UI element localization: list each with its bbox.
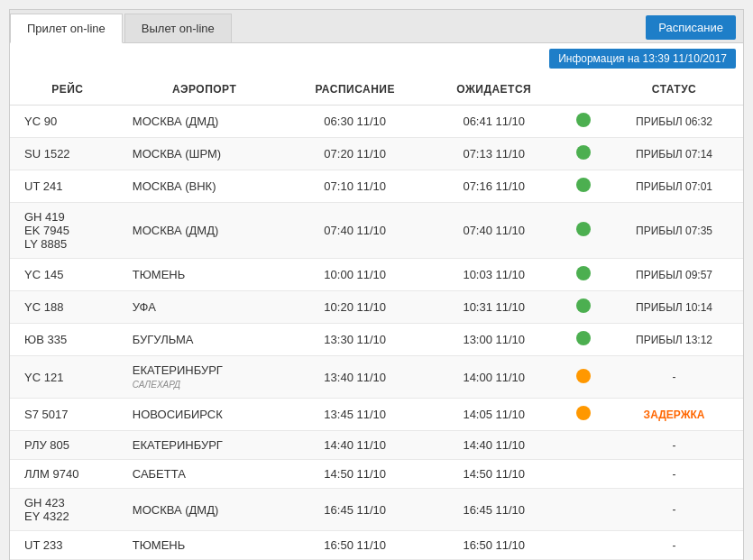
cell-schedule: 07:40 11/10	[284, 203, 427, 259]
cell-airport: ЕКАТЕРИНБУРГ	[125, 431, 284, 460]
table-row: GH 419 EK 7945 LY 8885МОСКВА (ДМД)07:40 …	[10, 203, 743, 259]
cell-flight: UT 233	[10, 531, 125, 560]
cell-flight: РЛУ 805	[10, 431, 125, 460]
table-row: S7 5017НОВОСИБИРСК13:45 11/1014:05 11/10…	[10, 399, 743, 431]
green-dot-icon	[576, 298, 591, 313]
cell-flight: ЛЛМ 9740	[10, 460, 125, 489]
table-row: ЮВ 335БУГУЛЬМА13:30 11/1013:00 11/10ПРИБ…	[10, 324, 743, 356]
tab-bar: Прилет on-line Вылет on-line Расписание	[10, 10, 743, 43]
cell-flight: ЮВ 335	[10, 324, 125, 356]
tab-arrivals[interactable]: Прилет on-line	[10, 14, 123, 43]
cell-status-text: -	[605, 460, 743, 489]
cell-expected: 14:00 11/10	[427, 356, 562, 399]
cell-schedule: 10:20 11/10	[284, 291, 427, 324]
cell-status-dot	[562, 170, 605, 203]
cell-airport: МОСКВА (ШРМ)	[125, 138, 284, 170]
green-dot-icon	[576, 178, 591, 192]
cell-expected: 14:50 11/10	[427, 460, 562, 489]
cell-flight: YC 121	[10, 356, 125, 399]
cell-status-text: ПРИБЫЛ 09:57	[605, 259, 743, 291]
cell-status-dot	[562, 356, 605, 399]
cell-status-dot	[562, 106, 605, 138]
table-row: YC 90МОСКВА (ДМД)06:30 11/1006:41 11/10П…	[10, 106, 743, 138]
cell-expected: 16:50 11/10	[427, 531, 562, 560]
cell-expected: 16:45 11/10	[427, 489, 562, 531]
cell-airport: ЕКАТЕРИНБУРГСАЛЕХАРД	[125, 356, 284, 399]
cell-status-dot	[562, 259, 605, 291]
cell-airport: САБЕТТА	[125, 460, 284, 489]
cell-flight: SU 1522	[10, 138, 125, 170]
cell-schedule: 07:10 11/10	[284, 170, 427, 203]
cell-status-text: -	[605, 489, 743, 531]
cell-schedule: 13:30 11/10	[284, 324, 427, 356]
cell-status-dot	[562, 460, 605, 489]
cell-flight: YC 90	[10, 106, 125, 138]
table-row: UT 241МОСКВА (ВНК)07:10 11/1007:16 11/10…	[10, 170, 743, 203]
cell-status-text: ПРИБЫЛ 07:01	[605, 170, 743, 203]
green-dot-icon	[576, 266, 591, 280]
cell-status-dot	[562, 431, 605, 460]
flights-table: РЕЙС АЭРОПОРТ РАСПИСАНИЕ ОЖИДАЕТСЯ СТАТУ…	[10, 74, 743, 560]
cell-schedule: 07:20 11/10	[284, 138, 427, 170]
table-row: UT 233ТЮМЕНЬ16:50 11/1016:50 11/10-	[10, 531, 743, 560]
tab-departures[interactable]: Вылет on-line	[124, 14, 232, 42]
col-header-airport: АЭРОПОРТ	[125, 74, 284, 106]
table-body: YC 90МОСКВА (ДМД)06:30 11/1006:41 11/10П…	[10, 106, 743, 560]
cell-flight: GH 423 EY 4322	[10, 489, 125, 531]
cell-flight: YC 188	[10, 291, 125, 324]
cell-schedule: 10:00 11/10	[284, 259, 427, 291]
schedule-button[interactable]: Расписание	[646, 15, 736, 40]
cell-status-dot	[562, 324, 605, 356]
cell-flight: GH 419 EK 7945 LY 8885	[10, 203, 125, 259]
cell-status-dot	[562, 531, 605, 560]
cell-expected: 13:00 11/10	[427, 324, 562, 356]
cell-schedule: 14:40 11/10	[284, 431, 427, 460]
cell-status-text: -	[605, 356, 743, 399]
cell-status-text: ПРИБЫЛ 07:35	[605, 203, 743, 259]
cell-schedule: 13:45 11/10	[284, 399, 427, 431]
cell-airport: МОСКВА (ВНК)	[125, 170, 284, 203]
info-badge: Информация на 13:39 11/10/2017	[549, 49, 736, 69]
cell-expected: 10:03 11/10	[427, 259, 562, 291]
col-header-schedule: РАСПИСАНИЕ	[284, 74, 427, 106]
cell-airport: НОВОСИБИРСК	[125, 399, 284, 431]
table-row: РЛУ 805ЕКАТЕРИНБУРГ14:40 11/1014:40 11/1…	[10, 431, 743, 460]
col-header-dot	[562, 74, 605, 106]
cell-status-text: ПРИБЫЛ 10:14	[605, 291, 743, 324]
green-dot-icon	[576, 222, 591, 236]
info-bar: Информация на 13:39 11/10/2017	[10, 43, 743, 74]
cell-expected: 07:40 11/10	[427, 203, 562, 259]
col-header-status: СТАТУС	[605, 74, 743, 106]
cell-airport: МОСКВА (ДМД)	[125, 106, 284, 138]
green-dot-icon	[576, 145, 591, 160]
cell-expected: 07:13 11/10	[427, 138, 562, 170]
cell-schedule: 16:45 11/10	[284, 489, 427, 531]
table-row: ЛЛМ 9740САБЕТТА14:50 11/1014:50 11/10-	[10, 460, 743, 489]
table-header: РЕЙС АЭРОПОРТ РАСПИСАНИЕ ОЖИДАЕТСЯ СТАТУ…	[10, 74, 743, 106]
col-header-flight: РЕЙС	[10, 74, 125, 106]
tab-departures-label: Вылет on-line	[142, 22, 215, 35]
cell-status-dot	[562, 138, 605, 170]
cell-airport: МОСКВА (ДМД)	[125, 489, 284, 531]
cell-flight: UT 241	[10, 170, 125, 203]
cell-expected: 14:05 11/10	[427, 399, 562, 431]
cell-schedule: 16:50 11/10	[284, 531, 427, 560]
cell-airport: БУГУЛЬМА	[125, 324, 284, 356]
cell-status-dot	[562, 291, 605, 324]
cell-airport: ТЮМЕНЬ	[125, 531, 284, 560]
col-header-expected: ОЖИДАЕТСЯ	[427, 74, 562, 106]
table-row: YC 188УФА10:20 11/1010:31 11/10ПРИБЫЛ 10…	[10, 291, 743, 324]
orange-dot-icon	[576, 406, 591, 420]
cell-schedule: 13:40 11/10	[284, 356, 427, 399]
cell-expected: 14:40 11/10	[427, 431, 562, 460]
cell-expected: 10:31 11/10	[427, 291, 562, 324]
cell-schedule: 14:50 11/10	[284, 460, 427, 489]
orange-dot-icon	[576, 369, 591, 383]
main-container: Прилет on-line Вылет on-line Расписание …	[9, 9, 744, 560]
table-row: SU 1522МОСКВА (ШРМ)07:20 11/1007:13 11/1…	[10, 138, 743, 170]
cell-status-text: -	[605, 531, 743, 560]
tab-arrivals-label: Прилет on-line	[27, 22, 106, 35]
cell-airport: МОСКВА (ДМД)	[125, 203, 284, 259]
cell-status-text: -	[605, 431, 743, 460]
table-row: YC 121ЕКАТЕРИНБУРГСАЛЕХАРД13:40 11/1014:…	[10, 356, 743, 399]
